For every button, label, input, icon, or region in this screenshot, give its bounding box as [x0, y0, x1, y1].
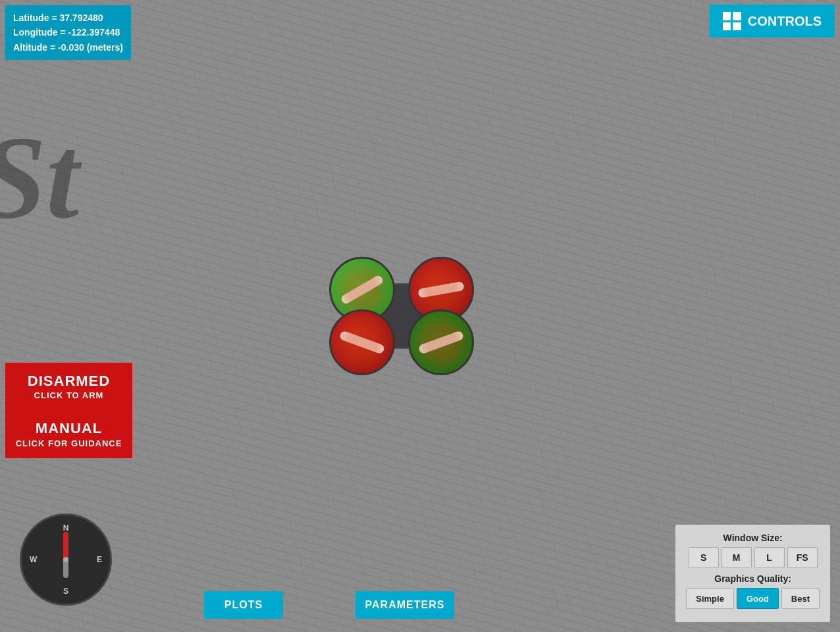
- controls-icon: [723, 12, 741, 30]
- size-s-button[interactable]: S: [689, 547, 719, 568]
- controls-button[interactable]: CONTROLS: [710, 5, 835, 38]
- compass-south-label: S: [63, 587, 68, 596]
- altitude-display: Altitude = -0.030 (meters): [13, 40, 123, 55]
- settings-panel: Window Size: S M L FS Graphics Quality: …: [675, 525, 830, 622]
- street-label: St: [0, 118, 79, 237]
- latitude-display: Latitude = 37.792480: [13, 11, 123, 25]
- manual-button[interactable]: MANUAL CLICK FOR GUIDANCE: [5, 411, 132, 458]
- disarmed-sub-text: CLICK TO ARM: [34, 390, 104, 402]
- compass-inner: N S E W: [30, 523, 102, 596]
- graphics-quality-group: Simple Good Best: [686, 588, 820, 609]
- compass-center-dot: [63, 557, 68, 562]
- parameters-button[interactable]: PARAMETERS: [355, 591, 454, 619]
- window-size-label: Window Size:: [686, 533, 820, 543]
- gps-info-panel: Latitude = 37.792480 Longitude = -122.39…: [5, 5, 131, 60]
- disarmed-button[interactable]: DISARMED CLICK TO ARM: [5, 363, 132, 411]
- window-size-group: S M L FS: [686, 547, 820, 568]
- longitude-display: Longitude = -122.397448: [13, 25, 123, 40]
- size-l-button[interactable]: L: [754, 547, 785, 568]
- quality-simple-button[interactable]: Simple: [686, 588, 734, 609]
- blade-bottom-left: [339, 330, 386, 354]
- controls-label: CONTROLS: [748, 14, 822, 29]
- rotor-bottom-right: [408, 309, 474, 375]
- drone-display: [323, 257, 481, 375]
- manual-main-text: MANUAL: [36, 419, 102, 438]
- quality-good-button[interactable]: Good: [737, 588, 779, 609]
- blade-top-right: [417, 281, 464, 298]
- blade-top-left: [340, 274, 384, 305]
- compass: N S E W: [20, 514, 112, 606]
- compass-west-label: W: [30, 555, 37, 564]
- size-fs-button[interactable]: FS: [787, 547, 818, 568]
- parameters-label: PARAMETERS: [365, 599, 445, 610]
- rotor-bottom-left: [329, 309, 395, 375]
- compass-north-label: N: [63, 523, 69, 533]
- disarmed-main-text: DISARMED: [28, 372, 110, 391]
- drone-body: [323, 257, 481, 375]
- blade-bottom-right: [418, 330, 465, 354]
- compass-east-label: E: [97, 555, 102, 564]
- quality-best-button[interactable]: Best: [781, 588, 820, 609]
- size-m-button[interactable]: M: [722, 547, 752, 568]
- plots-button[interactable]: PLOTS: [204, 591, 283, 619]
- graphics-quality-label: Graphics Quality:: [686, 573, 820, 584]
- manual-sub-text: CLICK FOR GUIDANCE: [16, 438, 122, 450]
- plots-label: PLOTS: [224, 599, 263, 610]
